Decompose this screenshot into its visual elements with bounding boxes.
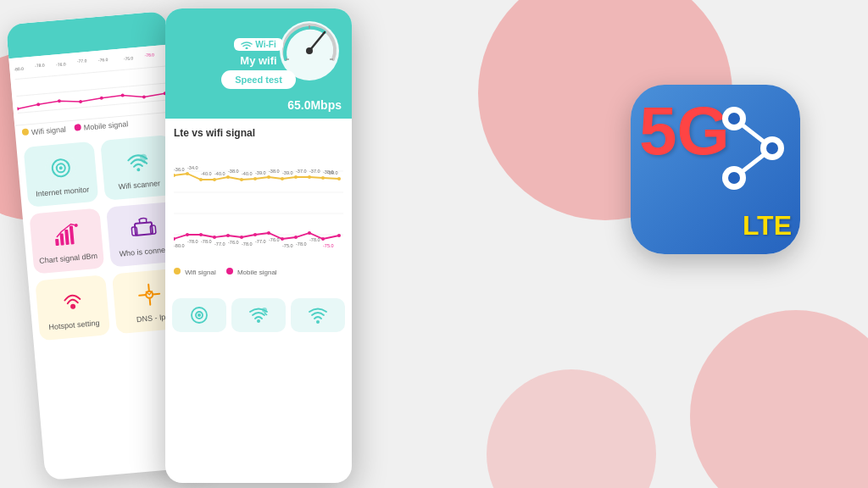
wifi-icon <box>241 41 253 49</box>
svg-point-112 <box>728 113 740 125</box>
svg-rect-24 <box>55 239 59 246</box>
svg-text:-39.0: -39.0 <box>282 170 293 175</box>
svg-text:-78.0: -78.0 <box>309 237 320 242</box>
svg-text:-39.0: -39.0 <box>255 170 266 175</box>
svg-point-114 <box>728 172 740 184</box>
svg-text:-76.0: -76.0 <box>228 240 239 245</box>
lte-wifi-chart: -36.0 -34.0 -40.0 -40.0 -38.0 -40.0 -39.… <box>174 146 343 264</box>
svg-point-5 <box>58 99 61 103</box>
svg-text:-77.0: -77.0 <box>255 239 266 244</box>
svg-point-21 <box>136 168 140 171</box>
svg-point-54 <box>240 178 243 181</box>
svg-point-61 <box>337 177 341 180</box>
svg-text:-39.0: -39.0 <box>327 170 338 175</box>
svg-text:-40.0: -40.0 <box>242 171 253 176</box>
bottom-item-scanner[interactable] <box>231 298 286 332</box>
bottom-menu <box>165 291 352 339</box>
svg-point-83 <box>281 237 284 241</box>
svg-point-44 <box>246 47 248 49</box>
bg-shape-4 <box>487 369 656 488</box>
svg-point-7 <box>100 97 103 100</box>
phone-header: Wi-Fi My wifi Speed test 65.0Mbps <box>165 8 352 119</box>
svg-point-55 <box>253 177 257 180</box>
chart-mobile-label: Mobile signal <box>237 269 277 276</box>
mobile-signal-label: Mobile signal <box>83 119 128 132</box>
svg-text:-40.0: -40.0 <box>201 171 212 176</box>
network-circles-icon <box>717 97 793 199</box>
svg-rect-27 <box>69 225 74 244</box>
svg-point-86 <box>321 237 325 241</box>
svg-text:-38.0: -38.0 <box>269 169 280 174</box>
svg-point-8 <box>120 93 124 97</box>
svg-line-1 <box>16 83 168 97</box>
wifi-badge-inner: Wi-Fi <box>234 38 282 51</box>
svg-text:-78.0: -78.0 <box>242 241 253 247</box>
chart-signal-label: Chart signal dBm <box>39 252 98 265</box>
wifi-text: Wi-Fi <box>255 40 275 49</box>
lte-label: LTE <box>743 210 792 241</box>
svg-text:-78.0: -78.0 <box>144 52 154 58</box>
speedometer-icon <box>275 17 343 85</box>
svg-point-49 <box>174 174 175 177</box>
svg-point-28 <box>74 224 77 227</box>
phone-content: Lte vs wifi signal <box>165 119 352 288</box>
svg-point-6 <box>79 100 82 103</box>
svg-point-53 <box>226 175 230 179</box>
bottom-item-wifi[interactable] <box>291 298 345 332</box>
menu-item-chart-signal[interactable]: Chart signal dBm <box>29 208 104 274</box>
menu-item-hotspot[interactable]: Hotspot setting <box>35 274 110 341</box>
svg-text:-75.0: -75.0 <box>323 243 334 248</box>
svg-point-58 <box>294 175 298 179</box>
svg-point-102 <box>198 313 201 317</box>
svg-point-59 <box>308 175 311 179</box>
svg-text:-36.0: -36.0 <box>174 167 185 172</box>
svg-point-81 <box>253 233 257 236</box>
menu-item-internet-monitor[interactable]: Internet monitor <box>24 141 99 208</box>
bottom-scanner-icon <box>248 305 269 324</box>
phone-center: Wi-Fi My wifi Speed test 65.0Mbps Lte vs… <box>165 8 352 483</box>
svg-point-104 <box>262 308 267 313</box>
svg-rect-26 <box>64 230 70 245</box>
svg-text:-37.0: -37.0 <box>296 169 307 174</box>
5g-label: 5G <box>639 97 730 165</box>
speed-unit: Mbps <box>310 98 342 112</box>
svg-point-32 <box>70 303 75 309</box>
menu-item-wifi-scanner[interactable]: Wifi scanner <box>100 135 175 201</box>
svg-point-3 <box>15 107 19 110</box>
speed-value: 65.0Mbps <box>287 98 342 112</box>
who-connect-icon <box>126 212 159 245</box>
svg-point-85 <box>308 231 311 235</box>
svg-point-103 <box>257 319 260 323</box>
svg-point-20 <box>58 166 62 169</box>
svg-point-84 <box>294 236 298 239</box>
svg-text:-40.0: -40.0 <box>214 171 225 176</box>
hotspot-label: Hotspot setting <box>48 319 100 331</box>
bottom-wifi-icon <box>308 305 328 324</box>
svg-point-87 <box>337 234 341 237</box>
svg-line-0 <box>14 66 166 80</box>
svg-text:-80.0: -80.0 <box>174 243 185 248</box>
svg-text:-78.0: -78.0 <box>296 241 307 247</box>
svg-text:-76.0: -76.0 <box>98 57 108 63</box>
dns-label: DNS - Ip <box>136 313 166 324</box>
svg-point-9 <box>142 95 146 98</box>
svg-text:-77.0: -77.0 <box>214 241 225 247</box>
app-icon-container: 5G LTE <box>631 85 817 271</box>
svg-point-57 <box>281 177 284 180</box>
svg-line-2 <box>18 100 170 114</box>
internet-monitor-icon <box>44 152 77 185</box>
svg-point-113 <box>766 142 778 154</box>
svg-point-76 <box>186 233 189 236</box>
bottom-item-monitor[interactable] <box>172 298 226 332</box>
svg-text:-75.0: -75.0 <box>282 243 293 248</box>
speed-number: 65.0 <box>287 98 310 112</box>
app-icon: 5G LTE <box>631 85 800 254</box>
svg-line-23 <box>143 160 147 164</box>
svg-point-77 <box>199 233 203 236</box>
svg-line-37 <box>153 294 159 295</box>
svg-text:-38.0: -38.0 <box>228 169 239 174</box>
svg-point-60 <box>321 176 325 180</box>
svg-point-51 <box>199 178 203 181</box>
svg-line-36 <box>139 295 146 296</box>
hotspot-icon <box>56 285 89 318</box>
